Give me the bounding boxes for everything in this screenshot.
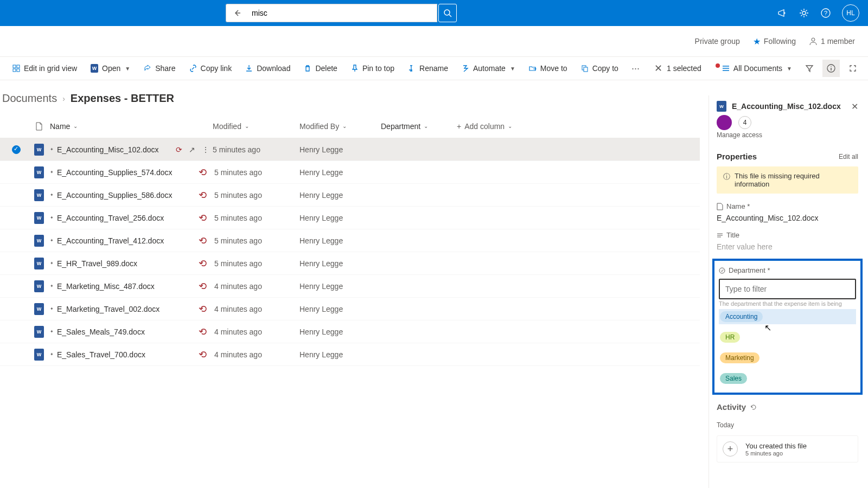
table-row[interactable]: ✦E_Marketing_Misc_487.docx⟲4 minutes ago…	[0, 275, 700, 298]
table-row[interactable]: ✦E_Accounting_Supplies_574.docx⟲5 minute…	[0, 161, 700, 184]
manage-access-link[interactable]: Manage access	[717, 131, 858, 139]
modified-by-column-header[interactable]: Modified By⌄	[299, 122, 381, 131]
search-input[interactable]	[247, 4, 437, 22]
word-icon	[34, 258, 44, 269]
table-row[interactable]: ✦E_Accounting_Travel_412.docx⟲5 minutes …	[0, 229, 700, 252]
open-button[interactable]: Open▼	[85, 61, 136, 76]
department-column-header[interactable]: Department⌄	[381, 122, 457, 131]
person-icon	[809, 37, 818, 46]
chevron-down-icon: ⌄	[424, 123, 428, 129]
department-option[interactable]: Sales	[719, 371, 856, 386]
share-arrow-icon[interactable]: ↗	[189, 145, 195, 154]
word-icon	[34, 326, 44, 338]
expand-button[interactable]	[844, 60, 861, 77]
department-pill: Sales	[720, 373, 747, 384]
modified-column-header[interactable]: Modified⌄	[213, 122, 299, 131]
selection-indicator[interactable]: ✕1 selected	[649, 62, 707, 74]
megaphone-icon[interactable]	[777, 8, 788, 18]
shared-icon: ⟲	[199, 189, 207, 201]
new-indicator-icon: ✦	[50, 192, 54, 197]
modified-by: Henry Legge	[299, 145, 381, 154]
filter-button[interactable]	[801, 60, 818, 77]
name-column-header[interactable]: Name⌄	[50, 122, 213, 131]
table-row[interactable]: ✦E_Accounting_Travel_256.docx⟲5 minutes …	[0, 207, 700, 229]
member-count[interactable]: 1 member	[809, 37, 855, 46]
group-privacy: Private group	[695, 37, 740, 46]
rename-icon	[407, 64, 416, 73]
file-name[interactable]: E_Sales_Travel_700.docx	[57, 350, 145, 359]
department-filter-input[interactable]	[720, 280, 855, 298]
search-back-button[interactable]	[226, 4, 247, 22]
close-panel-button[interactable]: ✕	[851, 101, 858, 112]
settings-icon[interactable]	[799, 8, 809, 18]
rename-button[interactable]: Rename	[402, 61, 454, 76]
delete-button[interactable]: Delete	[298, 61, 342, 76]
share-button[interactable]: Share	[138, 61, 181, 76]
svg-rect-6	[17, 65, 20, 68]
row-checkbox[interactable]	[12, 145, 21, 154]
properties-heading: Properties	[717, 152, 757, 161]
department-option[interactable]: HR	[719, 330, 856, 345]
table-header: Name⌄ Modified⌄ Modified By⌄ Department⌄…	[0, 114, 700, 138]
title-property-label: Title	[717, 231, 858, 239]
table-row[interactable]: ✦E_Accounting_Supplies_586.docx⟲5 minute…	[0, 184, 700, 207]
following-toggle[interactable]: ★Following	[753, 36, 796, 47]
table-row[interactable]: ✦E_Sales_Travel_700.docx⟲4 minutes agoHe…	[0, 343, 700, 366]
help-icon[interactable]: ?	[820, 8, 831, 18]
plus-icon: +	[723, 441, 738, 457]
department-option[interactable]: Marketing	[719, 350, 856, 365]
search-button[interactable]	[438, 4, 457, 22]
file-name[interactable]: E_Sales_Meals_749.docx	[57, 328, 145, 336]
info-icon: ⓘ	[723, 172, 730, 188]
name-property-label: Name *	[717, 202, 858, 210]
table-row[interactable]: ✦E_Sales_Meals_749.docx⟲4 minutes agoHen…	[0, 320, 700, 343]
svg-point-1	[802, 11, 806, 15]
file-type-column[interactable]	[28, 122, 50, 131]
share-count[interactable]: 4	[738, 116, 751, 129]
file-name[interactable]: E_Accounting_Supplies_574.docx	[57, 168, 173, 177]
file-name[interactable]: E_Marketing_Travel_002.docx	[57, 305, 159, 313]
breadcrumb-root[interactable]: Documents	[2, 92, 57, 105]
word-icon	[34, 235, 44, 247]
file-name[interactable]: E_HR_Travel_989.docx	[57, 259, 137, 268]
table-row[interactable]: ✦E_HR_Travel_989.docx⟲5 minutes agoHenry…	[0, 252, 700, 275]
file-table: Name⌄ Modified⌄ Modified By⌄ Department⌄…	[0, 114, 700, 366]
info-button[interactable]	[822, 60, 840, 77]
file-name[interactable]: E_Accounting_Travel_256.docx	[57, 214, 164, 222]
activity-time: 5 minutes ago	[745, 450, 807, 457]
file-name[interactable]: E_Accounting_Travel_412.docx	[57, 236, 164, 245]
automate-button[interactable]: Automate▼	[456, 61, 521, 76]
move-button[interactable]: Move to	[523, 61, 573, 76]
word-icon	[90, 64, 99, 73]
download-button[interactable]: Download	[239, 61, 296, 76]
search-icon	[443, 9, 452, 17]
link-icon	[189, 64, 197, 73]
modified-time: 5 minutes ago	[214, 214, 262, 222]
group-info-row: Private group ★Following 1 member	[0, 26, 868, 56]
more-icon[interactable]: ⋮	[202, 145, 209, 154]
view-selector[interactable]: All Documents▼	[711, 61, 796, 76]
word-icon	[34, 303, 44, 315]
file-name[interactable]: E_Accounting_Misc_102.docx	[57, 145, 159, 154]
pin-button[interactable]: Pin to top	[345, 61, 400, 76]
share-icon[interactable]: ⟳	[176, 145, 182, 154]
table-row[interactable]: ✦E_Marketing_Travel_002.docx⟲4 minutes a…	[0, 298, 700, 320]
edit-grid-button[interactable]: Edit in grid view	[7, 61, 82, 76]
table-row[interactable]: ✦E_Accounting_Misc_102.docx⟳↗⋮5 minutes …	[0, 138, 700, 161]
more-button[interactable]: ···	[626, 60, 645, 78]
add-column-button[interactable]: +Add column⌄	[457, 122, 538, 131]
close-icon: ✕	[654, 62, 662, 74]
file-name[interactable]: E_Accounting_Supplies_586.docx	[57, 191, 173, 200]
text-icon	[717, 232, 723, 239]
modified-time: 5 minutes ago	[214, 236, 262, 245]
department-option[interactable]: Accounting	[719, 309, 856, 324]
name-property-value[interactable]: E_Accounting_Misc_102.docx	[717, 214, 858, 222]
missing-info-warning: ⓘ This file is missing required informat…	[717, 166, 858, 194]
svg-point-4	[812, 38, 815, 41]
user-avatar[interactable]: HL	[842, 4, 859, 22]
title-property-value[interactable]: Enter value here	[717, 242, 858, 251]
copy-link-button[interactable]: Copy link	[183, 61, 238, 76]
copy-button[interactable]: Copy to	[575, 61, 624, 76]
edit-all-link[interactable]: Edit all	[839, 153, 858, 160]
file-name[interactable]: E_Marketing_Misc_487.docx	[57, 282, 155, 291]
